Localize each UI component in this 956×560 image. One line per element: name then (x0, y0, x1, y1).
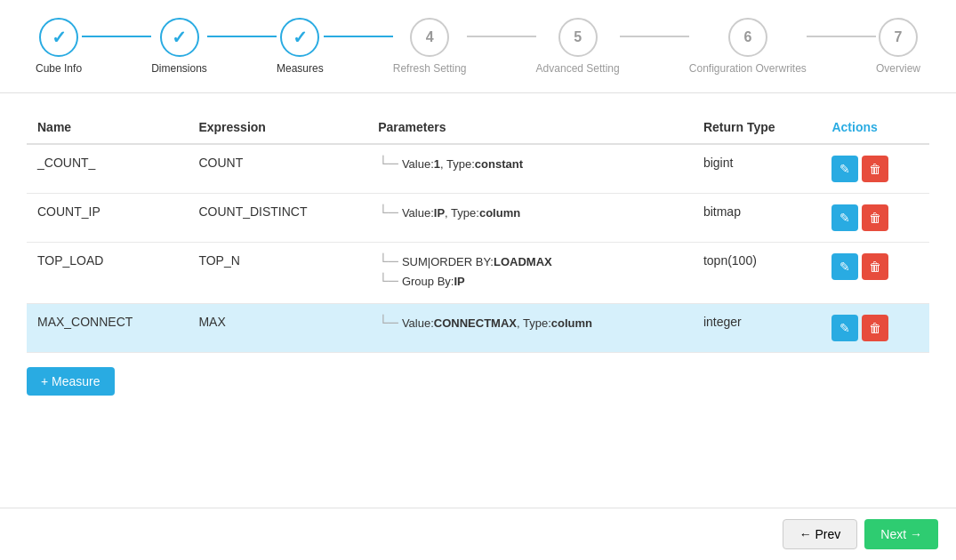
footer: ← Prev Next → (0, 508, 956, 560)
wizard-step-dimensions[interactable]: ✓Dimensions (151, 18, 207, 75)
cell-return-type-1: bitmap (693, 194, 822, 243)
cell-expression-2: TOP_N (188, 243, 367, 304)
wizard-label-dimensions: Dimensions (151, 62, 207, 75)
wizard-step-advanced-setting[interactable]: 5Advanced Setting (536, 18, 620, 75)
cell-params-3: └─Value:CONNECTMAX, Type:column (367, 304, 693, 353)
cell-name-3: MAX_CONNECT (27, 304, 188, 353)
wizard-label-config-overwrites: Configuration Overwrites (689, 62, 807, 75)
delete-button-2[interactable]: 🗑 (862, 253, 888, 280)
cell-expression-1: COUNT_DISTINCT (188, 194, 367, 243)
wizard-bar: ✓Cube Info✓Dimensions✓Measures4Refresh S… (0, 0, 956, 93)
wizard-step-refresh-setting[interactable]: 4Refresh Setting (393, 18, 467, 75)
edit-button-0[interactable]: ✎ (831, 156, 858, 182)
wizard-label-refresh-setting: Refresh Setting (393, 62, 467, 75)
cell-expression-3: MAX (188, 304, 367, 353)
edit-button-1[interactable]: ✎ (831, 204, 858, 231)
wizard-circle-overview: 7 (879, 18, 918, 57)
next-button[interactable]: Next → (864, 519, 938, 549)
edit-button-2[interactable]: ✎ (831, 253, 858, 280)
param-bracket: └─ (378, 315, 398, 331)
wizard-circle-refresh-setting: 4 (410, 18, 449, 57)
param-text: Value:1, Type:constant (402, 157, 523, 171)
col-header-actions: Actions (821, 111, 929, 144)
wizard-label-measures: Measures (277, 62, 324, 75)
wizard-step-config-overwrites[interactable]: 6Configuration Overwrites (689, 18, 807, 75)
cell-name-1: COUNT_IP (27, 194, 188, 243)
wizard-circle-measures: ✓ (280, 18, 319, 57)
wizard-circle-dimensions: ✓ (160, 18, 199, 57)
wizard-step-overview[interactable]: 7Overview (876, 18, 920, 75)
param-bracket: └─ (378, 273, 398, 289)
wizard-circle-config-overwrites: 6 (728, 18, 767, 57)
cell-actions-0: ✎🗑 (821, 144, 929, 194)
param-bracket: └─ (378, 253, 398, 269)
wizard-connector-5 (807, 36, 876, 37)
param-bracket: └─ (378, 156, 398, 172)
param-text: SUM|ORDER BY:LOADMAX (402, 255, 552, 268)
delete-button-0[interactable]: 🗑 (862, 156, 888, 182)
cell-actions-1: ✎🗑 (821, 194, 929, 243)
col-header-return-type: Return Type (693, 111, 822, 144)
table-row: _COUNT_COUNT└─Value:1, Type:constantbigi… (27, 144, 929, 194)
cell-params-0: └─Value:1, Type:constant (367, 144, 693, 194)
table-row: TOP_LOADTOP_N└─SUM|ORDER BY:LOADMAX└─Gro… (27, 243, 929, 304)
col-header-name: Name (27, 111, 188, 144)
wizard-connector-0 (82, 36, 151, 37)
table-row: MAX_CONNECTMAX└─Value:CONNECTMAX, Type:c… (27, 304, 929, 353)
cell-return-type-0: bigint (693, 144, 822, 194)
cell-actions-3: ✎🗑 (821, 304, 929, 353)
wizard-label-overview: Overview (876, 62, 920, 75)
param-text: Value:CONNECTMAX, Type:column (402, 316, 592, 330)
measures-table: Name Expression Parameters Return Type A… (27, 111, 929, 353)
cell-actions-2: ✎🗑 (821, 243, 929, 304)
wizard-connector-2 (324, 36, 393, 37)
wizard-circle-cube-info: ✓ (39, 18, 78, 57)
cell-params-1: └─Value:IP, Type:column (367, 194, 693, 243)
wizard-circle-advanced-setting: 5 (558, 18, 598, 57)
cell-return-type-2: topn(100) (693, 243, 822, 304)
edit-button-3[interactable]: ✎ (831, 315, 858, 341)
cell-params-2: └─SUM|ORDER BY:LOADMAX└─Group By:IP (367, 243, 693, 304)
prev-button[interactable]: ← Prev (783, 519, 858, 549)
param-text: Group By:IP (402, 275, 465, 288)
wizard-connector-1 (207, 36, 277, 37)
add-measure-button[interactable]: + Measure (27, 367, 115, 396)
main-content: Name Expression Parameters Return Type A… (0, 93, 956, 413)
param-bracket: └─ (378, 204, 398, 220)
wizard-step-cube-info[interactable]: ✓Cube Info (36, 18, 82, 75)
wizard-connector-4 (620, 36, 689, 37)
col-header-expression: Expression (188, 111, 367, 144)
delete-button-1[interactable]: 🗑 (862, 204, 888, 231)
wizard-connector-3 (467, 36, 536, 37)
wizard-label-cube-info: Cube Info (36, 62, 82, 75)
cell-return-type-3: integer (693, 304, 822, 353)
table-row: COUNT_IPCOUNT_DISTINCT└─Value:IP, Type:c… (27, 194, 929, 243)
wizard-label-advanced-setting: Advanced Setting (536, 62, 620, 75)
delete-button-3[interactable]: 🗑 (862, 315, 888, 341)
cell-expression-0: COUNT (188, 144, 367, 194)
wizard-step-measures[interactable]: ✓Measures (277, 18, 324, 75)
cell-name-0: _COUNT_ (27, 144, 188, 194)
cell-name-2: TOP_LOAD (27, 243, 188, 304)
col-header-parameters: Parameters (367, 111, 693, 144)
param-text: Value:IP, Type:column (402, 206, 520, 220)
